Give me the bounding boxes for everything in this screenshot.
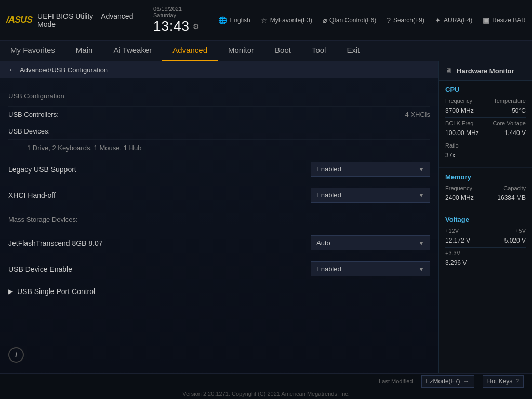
- memory-values-row: 2400 MHz 16384 MB: [445, 194, 526, 202]
- xhci-handoff-label: XHCI Hand-off: [8, 191, 56, 200]
- tab-exit[interactable]: Exit: [336, 41, 370, 61]
- tab-monitor[interactable]: Monitor: [218, 41, 264, 61]
- copyright-text: Version 2.20.1271. Copyright (C) 2021 Am…: [0, 390, 532, 398]
- voltage-12v-label: +12V: [445, 228, 459, 234]
- memory-capacity-label: Capacity: [503, 185, 526, 191]
- config-content: USB Configuration USB Controllers: 4 XHC…: [0, 78, 438, 373]
- top-toolbar: 🌐 English ☆ MyFavorite(F3) ⌀ Qfan Contro…: [218, 16, 526, 24]
- breadcrumb-back-arrow[interactable]: ←: [8, 65, 16, 74]
- toolbar-search[interactable]: ? Search(F9): [387, 16, 424, 24]
- collapsible-expand-icon: ▶: [8, 288, 13, 295]
- toolbar-my-favorite[interactable]: ☆ MyFavorite(F3): [261, 16, 312, 24]
- usb-device-enable-value: Enabled: [316, 265, 341, 273]
- qfan-label: Qfan Control(F6): [329, 17, 376, 24]
- mass-storage-section: Mass Storage Devices:: [8, 208, 430, 230]
- cpu-divider2: [445, 140, 526, 140]
- usb-devices-label: USB Devices:: [8, 127, 50, 135]
- usb-configuration-label: USB Configuration: [8, 89, 64, 102]
- cpu-ratio-value-row: 37x: [445, 152, 526, 159]
- top-bar: /ASUS UEFI BIOS Utility – Advanced Mode …: [0, 0, 532, 41]
- cpu-bclk-voltage-values: 100.00 MHz 1.440 V: [445, 129, 526, 137]
- tab-my-favorites[interactable]: My Favorites: [0, 41, 65, 61]
- usb-device-enable-arrow: ▼: [418, 265, 424, 273]
- cpu-bclk-voltage-labels: BCLK Freq Core Voltage: [445, 120, 526, 126]
- jetflash-dropdown[interactable]: Auto ▼: [311, 235, 430, 250]
- nav-tabs: My Favorites Main Ai Tweaker Advanced Mo…: [0, 41, 532, 61]
- cpu-bclk-label: BCLK Freq: [445, 120, 473, 126]
- voltage-divider: [445, 247, 526, 248]
- toolbar-qfan[interactable]: ⌀ Qfan Control(F6): [323, 16, 376, 24]
- xhci-handoff-dropdown[interactable]: Enabled ▼: [311, 188, 430, 203]
- usb-device-enable-label: USB Device Enable: [8, 265, 72, 273]
- xhci-handoff-value: Enabled: [316, 191, 341, 199]
- breadcrumb: ← Advanced\USB Configuration: [0, 61, 438, 78]
- aura-label: AURA(F4): [444, 17, 472, 24]
- usb-single-port-item[interactable]: ▶ USB Single Port Control: [8, 282, 430, 301]
- fan-icon: ⌀: [323, 16, 327, 24]
- cpu-ratio-label-row: Ratio: [445, 142, 526, 149]
- memory-section: Memory Frequency Capacity 2400 MHz 16384…: [439, 168, 532, 210]
- cpu-temperature-label: Temperature: [494, 98, 526, 104]
- cpu-ratio-label: Ratio: [445, 142, 459, 149]
- hot-keys-label: Hot Keys: [487, 378, 513, 385]
- toolbar-resize-bar[interactable]: ▣ Resize BAR: [483, 16, 526, 24]
- usb-controllers-value: 4 XHCIs: [405, 111, 430, 118]
- info-icon: i: [15, 351, 17, 359]
- date-display: 06/19/2021 Saturday: [153, 6, 202, 18]
- hot-keys-button[interactable]: Hot Keys ?: [483, 375, 524, 388]
- time-display: 13:43: [153, 18, 190, 34]
- usb-device-enable-row: USB Device Enable Enabled ▼: [8, 256, 430, 282]
- tab-tool[interactable]: Tool: [301, 41, 337, 61]
- usb-devices-value: 1 Drive, 2 Keyboards, 1 Mouse, 1 Hub: [27, 144, 141, 152]
- ez-mode-label: EzMode(F7): [426, 378, 460, 385]
- memory-capacity-value: 16384 MB: [497, 194, 526, 202]
- cpu-core-voltage-value: 1.440 V: [504, 129, 526, 137]
- breadcrumb-path: Advanced\USB Configuration: [20, 66, 108, 74]
- voltage-33v-value: 3.296 V: [445, 259, 467, 267]
- resize-icon: ▣: [483, 16, 489, 24]
- search-icon: ?: [387, 16, 391, 24]
- hot-keys-icon: ?: [515, 378, 519, 385]
- xhci-handoff-row: XHCI Hand-off Enabled ▼: [8, 182, 430, 208]
- cpu-divider1: [445, 117, 526, 118]
- cpu-bclk-value: 100.00 MHz: [445, 129, 479, 137]
- usb-controllers-label: USB Controllers:: [8, 111, 59, 118]
- tab-boot[interactable]: Boot: [264, 41, 301, 61]
- ez-mode-arrow-icon: →: [463, 378, 470, 385]
- cpu-frequency-row: Frequency Temperature: [445, 98, 526, 104]
- settings-icon[interactable]: ⚙: [193, 22, 200, 31]
- tab-advanced[interactable]: Advanced: [162, 41, 218, 61]
- toolbar-aura[interactable]: ✦ AURA(F4): [435, 16, 472, 24]
- datetime-area: 06/19/2021 Saturday 13:43 ⚙: [153, 6, 202, 34]
- left-panel: ← Advanced\USB Configuration USB Configu…: [0, 61, 438, 373]
- voltage-title: Voltage: [445, 216, 526, 223]
- tab-ai-tweaker[interactable]: Ai Tweaker: [103, 41, 162, 61]
- bios-title: UEFI BIOS Utility – Advanced Mode: [37, 12, 141, 29]
- voltage-33v-value-row: 3.296 V: [445, 259, 526, 267]
- legacy-usb-dropdown[interactable]: Enabled ▼: [311, 162, 430, 177]
- memory-frequency-value: 2400 MHz: [445, 194, 474, 202]
- usb-device-enable-dropdown[interactable]: Enabled ▼: [311, 261, 430, 276]
- legacy-usb-arrow: ▼: [418, 166, 424, 173]
- usb-configuration-section: USB Configuration: [8, 85, 430, 107]
- bottom-bar: Last Modified EzMode(F7) → Hot Keys ? Ve…: [0, 373, 532, 399]
- voltage-33v-label-row: +3.3V: [445, 250, 526, 256]
- logo-area: /ASUS UEFI BIOS Utility – Advanced Mode: [6, 12, 141, 29]
- legacy-usb-label: Legacy USB Support: [8, 165, 76, 174]
- tab-main[interactable]: Main: [65, 41, 103, 61]
- monitor-icon: 🖥: [445, 66, 453, 75]
- cpu-frequency-label: Frequency: [445, 98, 472, 104]
- ez-mode-button[interactable]: EzMode(F7) →: [421, 375, 474, 388]
- bottom-actions: Last Modified EzMode(F7) → Hot Keys ?: [0, 375, 532, 388]
- cpu-title: CPU: [445, 86, 526, 94]
- aura-icon: ✦: [435, 16, 441, 24]
- info-button[interactable]: i: [8, 347, 24, 363]
- toolbar-language[interactable]: 🌐 English: [218, 16, 250, 24]
- usb-devices-item: USB Devices:: [8, 123, 430, 140]
- cpu-section: CPU Frequency Temperature 3700 MHz 50°C …: [439, 81, 532, 168]
- usb-controllers-item: USB Controllers: 4 XHCIs: [8, 107, 430, 123]
- jetflash-arrow: ▼: [418, 240, 424, 247]
- hw-monitor-header: 🖥 Hardware Monitor: [439, 61, 532, 81]
- voltage-5v-value: 5.020 V: [504, 237, 526, 244]
- usb-devices-value-item: 1 Drive, 2 Keyboards, 1 Mouse, 1 Hub: [8, 140, 430, 156]
